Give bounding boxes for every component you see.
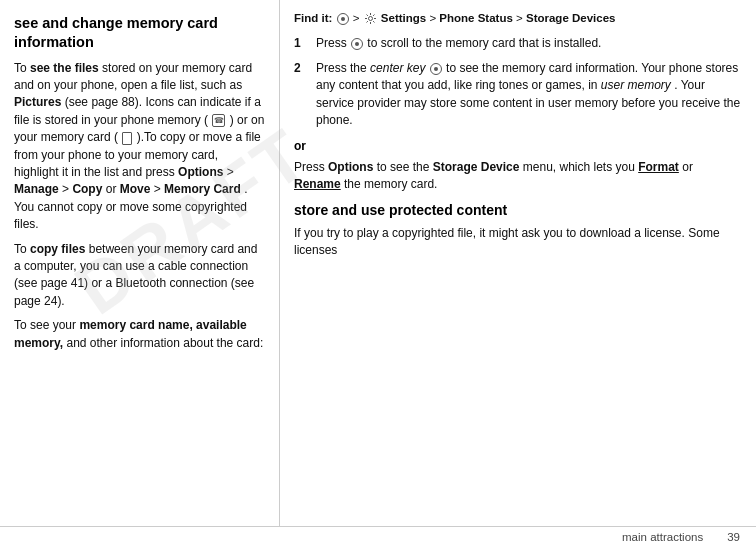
- manage-bold: Manage: [14, 182, 59, 196]
- pictures-bold: Pictures: [14, 95, 61, 109]
- or-storage-bold: Storage Device: [433, 160, 520, 174]
- phone-memory-icon: [212, 114, 225, 127]
- step1-pre: Press: [316, 36, 350, 50]
- step-2-num: 2: [294, 60, 308, 130]
- settings-icon: [364, 12, 377, 25]
- footer: main attractions 39: [0, 526, 756, 547]
- find-gt1: >: [353, 12, 363, 24]
- footer-section: main attractions: [622, 531, 703, 543]
- or-pre: Press: [294, 160, 328, 174]
- find-gt2: >: [429, 12, 439, 24]
- step2-pre: Press the: [316, 61, 370, 75]
- or-t3: menu, which lets you: [523, 160, 638, 174]
- step2-italic2: user memory: [601, 78, 671, 92]
- footer-page-num: 39: [727, 531, 740, 543]
- steps-list: 1 Press to scroll to the memory card tha…: [294, 35, 742, 130]
- left-p3-pre: To see your: [14, 318, 79, 332]
- section2-heading: store and use protected content: [294, 201, 742, 219]
- left-para3: To see your memory card name, available …: [14, 317, 265, 352]
- options-bold1: Options: [178, 165, 223, 179]
- settings-label: Settings: [381, 12, 426, 24]
- svg-point-0: [368, 17, 372, 21]
- step-1-num: 1: [294, 35, 308, 52]
- left-p2-pre: To: [14, 242, 30, 256]
- or-options-bold: Options: [328, 160, 373, 174]
- find-it-label: Find it:: [294, 12, 332, 24]
- or-t2: to see the: [377, 160, 433, 174]
- step-1: 1 Press to scroll to the memory card tha…: [294, 35, 742, 52]
- or-label: or: [294, 138, 742, 155]
- left-p1-r7: or: [106, 182, 120, 196]
- left-para1: To see the files stored on your memory c…: [14, 60, 265, 234]
- or-format-bold: Format: [638, 160, 679, 174]
- left-column: see and change memory card information T…: [0, 0, 280, 526]
- find-gt3: >: [516, 12, 526, 24]
- copy-files-bold: copy files: [30, 242, 85, 256]
- step2-italic1: center key: [370, 61, 425, 75]
- or-rename-bold: Rename: [294, 177, 341, 191]
- step-2: 2 Press the center key to see the memory…: [294, 60, 742, 130]
- section2-para: If you try to play a copyrighted file, i…: [294, 225, 742, 260]
- storage-devices-label: Storage Devices: [526, 12, 616, 24]
- move-bold: Move: [120, 182, 151, 196]
- left-p1-r6: >: [62, 182, 72, 196]
- right-column: Find it: > Settings > Phone Status > Sto…: [280, 0, 756, 526]
- phone-status-label: Phone Status: [439, 12, 512, 24]
- page-content: see and change memory card information T…: [0, 0, 756, 526]
- left-p1-r8: >: [154, 182, 164, 196]
- left-heading: see and change memory card information: [14, 14, 265, 52]
- left-p3-rest: and other information about the card:: [66, 336, 263, 350]
- step1-rest: to scroll to the memory card that is ins…: [367, 36, 601, 50]
- left-para2: To copy files between your memory card a…: [14, 241, 265, 311]
- nav-icon-step2: [430, 63, 442, 75]
- or-t4: or: [682, 160, 693, 174]
- see-files-bold: see the files: [30, 61, 99, 75]
- memcard-bold: Memory Card: [164, 182, 241, 196]
- step-2-text: Press the center key to see the memory c…: [316, 60, 742, 130]
- card-memory-icon: [122, 132, 132, 145]
- nav-icon-1: [337, 13, 349, 25]
- find-it-line: Find it: > Settings > Phone Status > Sto…: [294, 10, 742, 27]
- left-p1-r5: >: [227, 165, 234, 179]
- or-paragraph: Press Options to see the Storage Device …: [294, 159, 742, 194]
- step-1-text: Press to scroll to the memory card that …: [316, 35, 601, 52]
- copy-bold: Copy: [72, 182, 102, 196]
- or-t5: the memory card.: [344, 177, 437, 191]
- nav-icon-step1: [351, 38, 363, 50]
